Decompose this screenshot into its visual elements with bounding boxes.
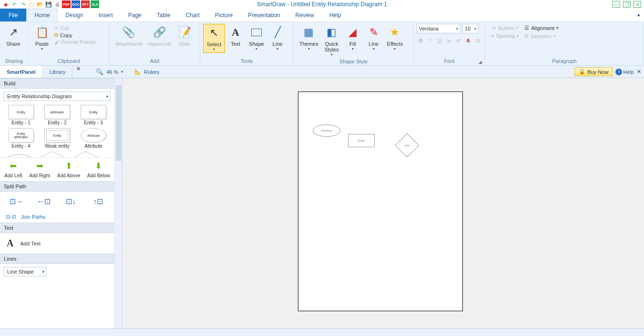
shape-entity-3[interactable]: Entity <box>81 105 106 119</box>
add-below-button[interactable]: ⬇Add Below <box>87 161 110 178</box>
doc-icon[interactable]: DOC <box>72 0 80 8</box>
group-add: 📎Attachment 🔗HyperLink 📝Note Add <box>110 22 200 65</box>
tab-table[interactable]: Table <box>149 9 178 21</box>
template-select[interactable]: Entity Relationship Diagram <box>4 92 111 101</box>
tab-insert[interactable]: Insert <box>91 9 121 21</box>
tab-chart[interactable]: Chart <box>178 9 207 21</box>
ribbon-collapse-icon[interactable]: ▴ <box>637 11 640 18</box>
shape-button[interactable]: Shape▾ <box>246 24 267 52</box>
tab-home[interactable]: Home <box>26 9 58 21</box>
ppt-icon[interactable]: PPT <box>81 0 90 8</box>
bullets-button[interactable]: ≔Bullets▾ <box>491 25 519 31</box>
tab-review[interactable]: Review <box>288 9 322 21</box>
direction-button[interactable]: ⇄Direction▾ <box>524 33 558 39</box>
canvas-shape-attribute[interactable]: Attribute <box>313 124 340 137</box>
rulers-button[interactable]: Rulers <box>144 69 159 75</box>
tab-help[interactable]: Help <box>322 9 349 21</box>
shape-entity-1[interactable]: Entity <box>8 105 34 119</box>
tab-presentation[interactable]: Presentation <box>240 9 287 21</box>
font-name-select[interactable]: Verdana <box>417 24 460 33</box>
print-icon[interactable]: 🖨 <box>53 0 61 8</box>
effects-button[interactable]: ★Effects▾ <box>384 24 406 52</box>
shape-attribute[interactable]: Attribute <box>81 128 106 143</box>
open-icon[interactable]: 📂 <box>36 0 44 8</box>
canvas-shape-entity[interactable]: Entity <box>348 134 375 147</box>
smartpanel-tab[interactable]: SmartPanel <box>0 66 43 78</box>
cut-icon: ✂ <box>54 25 59 31</box>
horizontal-scrollbar[interactable] <box>0 328 644 336</box>
note-button[interactable]: 📝Note <box>174 24 195 48</box>
app-icon[interactable]: ◆ <box>2 0 10 8</box>
undo-icon[interactable]: ↶ <box>10 0 18 8</box>
add-above-button[interactable]: ⬆Add Above <box>57 161 80 178</box>
save-icon[interactable]: 💾 <box>45 0 52 8</box>
page[interactable]: Attribute Entity Has <box>298 92 463 311</box>
group-clipboard: 📋 Paste ▾ ✂Cut ⧉Copy 🖌Format Painter Cli… <box>29 22 110 65</box>
add-text-button[interactable]: AAdd Text <box>0 233 114 254</box>
add-left-button[interactable]: ⬅Add Left <box>4 161 22 178</box>
fill-button[interactable]: ◢Fill▾ <box>342 24 363 52</box>
file-menu[interactable]: File <box>0 9 26 21</box>
group-sharing: ↗ Share Sharing <box>0 22 29 65</box>
tab-design[interactable]: Design <box>58 9 91 21</box>
tab-picture[interactable]: Picture <box>207 9 240 21</box>
font-size-select[interactable]: 10 <box>462 24 479 33</box>
help-close-button[interactable]: ✕ <box>637 69 641 75</box>
text-button[interactable]: AText <box>225 24 246 48</box>
buy-now-button[interactable]: 🔒Buy Now <box>574 67 613 76</box>
split-right-button[interactable]: ⊡→ <box>7 195 26 207</box>
main-area: Build Entity Relationship Diagram Entity… <box>0 78 644 336</box>
line-shape-select[interactable]: Line Shape <box>4 267 47 276</box>
underline-button[interactable]: U <box>436 36 444 45</box>
panel-close-button[interactable]: ✕ <box>72 66 84 78</box>
maximize-button[interactable]: ❐ <box>623 1 631 8</box>
themes-button[interactable]: ▦Themes▾ <box>296 24 321 52</box>
bold-button[interactable]: B <box>417 36 425 45</box>
new-icon[interactable]: ▢ <box>28 0 35 8</box>
format-painter-button[interactable]: 🖌Format Painter <box>54 39 96 45</box>
add-right-button[interactable]: ➡Add Right <box>29 161 50 178</box>
zoom-icon[interactable]: 🔍 <box>96 68 103 75</box>
share-button[interactable]: ↗ Share <box>3 24 24 48</box>
subscript-button[interactable]: x₂ <box>445 36 454 45</box>
select-button[interactable]: ↖Select▾ <box>203 24 225 53</box>
alignment-button[interactable]: ☰Alignment▾ <box>524 25 558 31</box>
attachment-button[interactable]: 📎Attachment <box>112 24 145 48</box>
cut-button[interactable]: ✂Cut <box>54 25 96 31</box>
rulers-icon[interactable]: 📐 <box>134 69 141 75</box>
canvas-shape-relationship[interactable]: Has <box>395 133 419 158</box>
copy-button[interactable]: ⧉Copy <box>54 32 96 38</box>
side-scrollbar[interactable] <box>114 78 122 336</box>
superscript-button[interactable]: x² <box>454 36 463 45</box>
font-color-button[interactable]: A <box>464 36 472 45</box>
split-left-button[interactable]: ←⊡ <box>34 195 53 207</box>
symbol-button[interactable]: Ω <box>473 36 482 45</box>
dialog-launcher-icon[interactable]: ◢ <box>479 60 482 64</box>
tab-page[interactable]: Page <box>121 9 149 21</box>
xls-icon[interactable]: XLS <box>91 0 99 8</box>
line-style-button[interactable]: ✎Line▾ <box>363 24 384 52</box>
paste-icon: 📋 <box>34 25 50 40</box>
split-down-button[interactable]: ⊡↓ <box>61 195 81 207</box>
split-up-button[interactable]: ↑⊡ <box>89 195 108 207</box>
hyperlink-button[interactable]: 🔗HyperLink <box>145 24 174 48</box>
zoom-value[interactable]: 46 % <box>106 69 118 75</box>
join-paths-button[interactable]: ⊡-⊡Join Paths <box>0 211 114 223</box>
library-tab[interactable]: Library <box>43 66 73 78</box>
spacing-button[interactable]: ≡Spacing▾ <box>491 33 519 39</box>
shape-entity-2[interactable]: attributes <box>44 105 70 119</box>
help-button[interactable]: ?Help <box>615 69 634 75</box>
redo-icon[interactable]: ↷ <box>19 0 27 8</box>
italic-button[interactable]: I <box>426 36 435 45</box>
minimize-button[interactable]: — <box>613 1 620 8</box>
close-button[interactable]: ✕ <box>634 1 641 8</box>
quick-styles-button[interactable]: ◧Quick Styles▾ <box>321 24 342 58</box>
zoom-dropdown-icon[interactable]: ▾ <box>121 70 123 74</box>
shape-entity-4[interactable]: Entityattributes <box>8 128 34 143</box>
shape-weak-entity[interactable]: Entity <box>44 128 70 143</box>
paste-button[interactable]: 📋 Paste ▾ <box>31 24 52 52</box>
scrollbar-thumb[interactable] <box>116 85 122 161</box>
pdf-icon[interactable]: PDF <box>62 0 71 8</box>
canvas[interactable]: Attribute Entity Has <box>123 78 644 336</box>
line-button[interactable]: ╱Line▾ <box>267 24 288 52</box>
